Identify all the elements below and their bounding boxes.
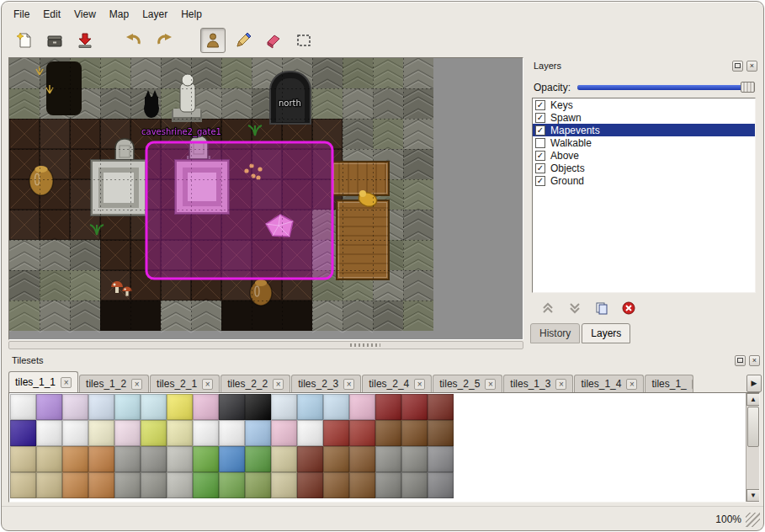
tile-cell[interactable]	[401, 472, 428, 498]
tileset-scrollbar[interactable]: ▲ ▼	[746, 393, 759, 502]
tile-cell[interactable]	[401, 394, 428, 420]
tile-cell[interactable]	[428, 472, 454, 498]
layer-visible-checkbox[interactable]: ✓	[535, 125, 545, 136]
tile-cell[interactable]	[141, 420, 167, 446]
eraser-tool-button[interactable]	[261, 28, 286, 53]
tileset-tab-tiles_1_3[interactable]: tiles_1_3×	[503, 375, 573, 392]
tileset-tab-tiles_2_5[interactable]: tiles_2_5×	[433, 375, 502, 392]
layer-row-mapevents[interactable]: ✓Mapevents	[533, 124, 755, 136]
draw-tool-button[interactable]	[231, 28, 256, 53]
tile-cell[interactable]	[193, 472, 219, 498]
tile-cell[interactable]	[10, 446, 36, 472]
tile-cell[interactable]	[36, 472, 62, 498]
close-panel-button[interactable]: ×	[746, 61, 757, 72]
menu-layer[interactable]: Layer	[135, 6, 174, 23]
tile-cell[interactable]	[193, 420, 219, 446]
tile-cell[interactable]	[323, 420, 349, 446]
tile-cell[interactable]	[375, 472, 401, 498]
tile-cell[interactable]	[219, 394, 245, 420]
tile-cell[interactable]	[62, 420, 88, 446]
tile-cell[interactable]	[349, 394, 375, 420]
tile-cell[interactable]	[219, 420, 245, 446]
new-file-button[interactable]	[12, 28, 37, 53]
opacity-slider[interactable]	[577, 82, 755, 93]
close-panel-button[interactable]: ×	[749, 355, 760, 366]
tile-cell[interactable]	[141, 472, 167, 498]
tile-cell[interactable]	[428, 446, 454, 472]
horizontal-splitter[interactable]	[8, 341, 523, 349]
tile-cell[interactable]	[375, 420, 401, 446]
tile-cell[interactable]	[167, 472, 193, 498]
tile-cell[interactable]	[375, 446, 401, 472]
scroll-handle[interactable]	[747, 407, 759, 447]
close-tab-icon[interactable]: ×	[202, 379, 213, 390]
tileset-tab-tiles_1_4[interactable]: tiles_1_4×	[574, 375, 644, 392]
tileset-tab-tiles_2_3[interactable]: tiles_2_3×	[291, 375, 361, 392]
tile-cell[interactable]	[88, 394, 114, 420]
menu-view[interactable]: View	[67, 6, 103, 23]
tile-cell[interactable]	[297, 446, 323, 472]
lower-layer-button[interactable]	[566, 300, 584, 317]
redo-button[interactable]	[151, 28, 177, 53]
close-tab-icon[interactable]: ×	[555, 379, 566, 390]
layer-row-walkable[interactable]: Walkable	[533, 136, 755, 149]
save-button[interactable]	[72, 28, 98, 53]
tile-cell[interactable]	[10, 420, 36, 446]
layer-visible-checkbox[interactable]: ✓	[535, 176, 545, 186]
tile-cell[interactable]	[62, 472, 88, 498]
tile-cell[interactable]	[323, 472, 349, 498]
menu-help[interactable]: Help	[174, 6, 209, 23]
tile-cell[interactable]	[193, 446, 219, 472]
float-panel-button[interactable]	[735, 355, 746, 366]
tile-cell[interactable]	[114, 446, 141, 472]
close-tab-icon[interactable]: ×	[692, 379, 694, 390]
tile-cell[interactable]	[428, 420, 454, 446]
slider-handle[interactable]	[741, 82, 755, 93]
panel-tab-history[interactable]: History	[530, 323, 580, 343]
tile-cell[interactable]	[167, 446, 193, 472]
menu-map[interactable]: Map	[103, 6, 135, 23]
undo-button[interactable]	[121, 28, 146, 53]
tile-cell[interactable]	[62, 394, 88, 420]
tab-scroll-right-button[interactable]: ▶	[746, 375, 762, 392]
tile-cell[interactable]	[62, 446, 88, 472]
tile-cell[interactable]	[167, 420, 193, 446]
tile-cell[interactable]	[245, 446, 271, 472]
raise-layer-button[interactable]	[539, 300, 557, 317]
resize-grip[interactable]	[746, 513, 760, 527]
layer-visible-checkbox[interactable]: ✓	[535, 113, 545, 123]
tile-cell[interactable]	[245, 472, 271, 498]
tile-cell[interactable]	[297, 420, 323, 446]
layer-row-keys[interactable]: ✓Keys	[533, 98, 755, 111]
tile-cell[interactable]	[245, 420, 271, 446]
tile-cell[interactable]	[271, 446, 297, 472]
tile-cell[interactable]	[271, 394, 297, 420]
close-tab-icon[interactable]: ×	[61, 377, 72, 388]
map-canvas[interactable]	[9, 58, 523, 339]
tile-cell[interactable]	[375, 394, 401, 420]
tile-cell[interactable]	[88, 420, 114, 446]
tile-cell[interactable]	[114, 420, 141, 446]
tile-cell[interactable]	[167, 394, 193, 420]
tile-cell[interactable]	[349, 472, 375, 498]
tile-cell[interactable]	[114, 394, 141, 420]
open-button[interactable]	[42, 28, 67, 53]
layer-visible-checkbox[interactable]	[535, 138, 545, 148]
tileset-tab-tiles_2_1[interactable]: tiles_2_1×	[150, 375, 220, 392]
tile-cell[interactable]	[10, 394, 36, 420]
scroll-down-button[interactable]: ▼	[746, 489, 760, 502]
tile-cell[interactable]	[401, 446, 428, 472]
tile-cell[interactable]	[219, 446, 245, 472]
layer-row-ground[interactable]: ✓Ground	[533, 174, 755, 187]
layer-row-above[interactable]: ✓Above	[533, 149, 755, 162]
tile-cell[interactable]	[271, 420, 297, 446]
tileset-tab-tiles_1_[interactable]: tiles_1_×	[645, 375, 693, 392]
tile-cell[interactable]	[141, 394, 167, 420]
tile-cell[interactable]	[36, 446, 62, 472]
select-tool-button[interactable]	[291, 28, 316, 53]
delete-layer-button[interactable]	[619, 300, 638, 317]
tile-cell[interactable]	[88, 472, 114, 498]
tile-cell[interactable]	[114, 472, 141, 498]
scroll-up-button[interactable]: ▲	[746, 393, 760, 406]
tile-cell[interactable]	[141, 446, 167, 472]
